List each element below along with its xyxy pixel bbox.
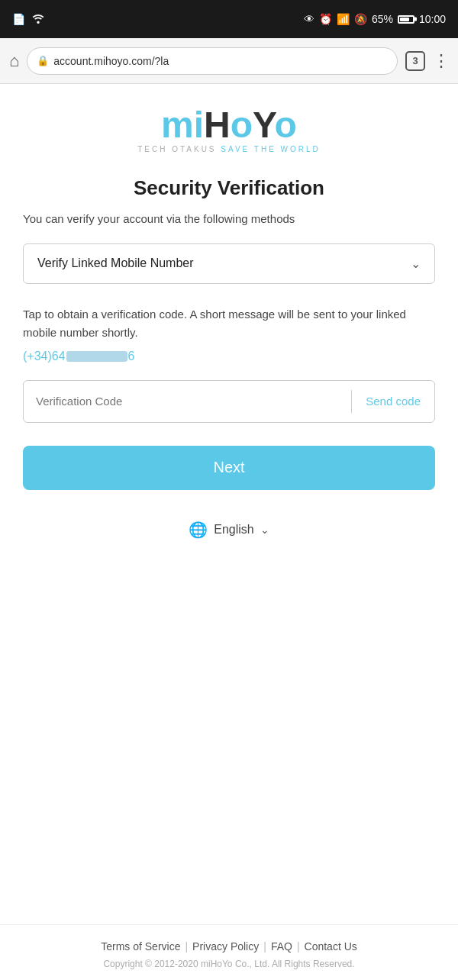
page-subtitle: You can verify your account via the foll…	[23, 211, 435, 228]
phone-number-display: (+34)646	[23, 350, 435, 363]
send-code-button[interactable]: Send code	[352, 395, 434, 408]
language-chevron-icon: ⌄	[260, 524, 269, 536]
faq-link[interactable]: FAQ	[266, 940, 297, 953]
globe-icon: 🌐	[189, 521, 208, 539]
logo-container: miHoYo TECH OTAKUS SAVE THE WORLD	[137, 107, 321, 153]
verify-method-dropdown[interactable]: Verify Linked Mobile Number ⌄	[23, 243, 435, 284]
language-selector[interactable]: 🌐 English ⌄	[189, 521, 269, 539]
status-bar: 📄 👁 ⏰ 📶 🔕 65% 10:00	[0, 0, 458, 38]
document-icon: 📄	[12, 13, 25, 25]
main-content: miHoYo TECH OTAKUS SAVE THE WORLD Securi…	[0, 84, 458, 924]
footer-links: Terms of Service | Privacy Policy | FAQ …	[96, 940, 362, 953]
logo-Y: Y	[253, 105, 274, 145]
phone-suffix: 6	[128, 350, 135, 363]
language-text: English	[214, 523, 253, 537]
url-bar[interactable]: 🔒 account.mihoyo.com/?la	[27, 47, 398, 75]
logo-mi: mi	[161, 105, 204, 145]
more-icon[interactable]: ⋮	[433, 51, 449, 71]
copyright-text: Copyright © 2012-2020 miHoYo Co., Ltd. A…	[103, 959, 354, 969]
battery-percentage: 65%	[372, 13, 393, 25]
lock-icon: 🔒	[37, 55, 49, 66]
phone-redacted	[66, 351, 127, 362]
tab-count[interactable]: 3	[405, 51, 425, 71]
mute-icon: 🔕	[354, 13, 367, 25]
next-button[interactable]: Next	[23, 446, 435, 490]
status-left-icons: 📄	[12, 13, 45, 26]
terms-of-service-link[interactable]: Terms of Service	[96, 940, 185, 953]
sms-description: Tap to obtain a verification code. A sho…	[23, 305, 435, 342]
bluetooth-icon: 📶	[337, 13, 350, 25]
alarm-icon: ⏰	[319, 13, 332, 25]
page-title: Security Verification	[134, 176, 324, 200]
battery-icon	[398, 15, 414, 24]
status-right-icons: 👁 ⏰ 📶 🔕 65% 10:00	[304, 13, 446, 25]
eye-icon: 👁	[304, 13, 314, 25]
contact-us-link[interactable]: Contact Us	[300, 940, 362, 953]
verification-code-container: Send code	[23, 380, 435, 423]
time-display: 10:00	[419, 13, 446, 25]
logo-o2: o	[275, 105, 297, 145]
phone-prefix: (+34)64	[23, 350, 66, 363]
chevron-down-icon: ⌄	[411, 256, 421, 271]
browser-bar: ⌂ 🔒 account.mihoyo.com/?la 3 ⋮	[0, 38, 458, 84]
url-text: account.mihoyo.com/?la	[53, 55, 388, 67]
wifi-icon	[31, 13, 45, 26]
logo-tagline: TECH OTAKUS SAVE THE WORLD	[137, 145, 321, 153]
footer: Terms of Service | Privacy Policy | FAQ …	[0, 924, 458, 980]
home-icon[interactable]: ⌂	[9, 51, 19, 71]
dropdown-label: Verify Linked Mobile Number	[37, 256, 194, 270]
logo-H: H	[204, 105, 231, 145]
verification-code-input[interactable]	[24, 395, 351, 408]
privacy-policy-link[interactable]: Privacy Policy	[188, 940, 263, 953]
logo: miHoYo	[161, 107, 297, 143]
logo-o: o	[231, 105, 253, 145]
